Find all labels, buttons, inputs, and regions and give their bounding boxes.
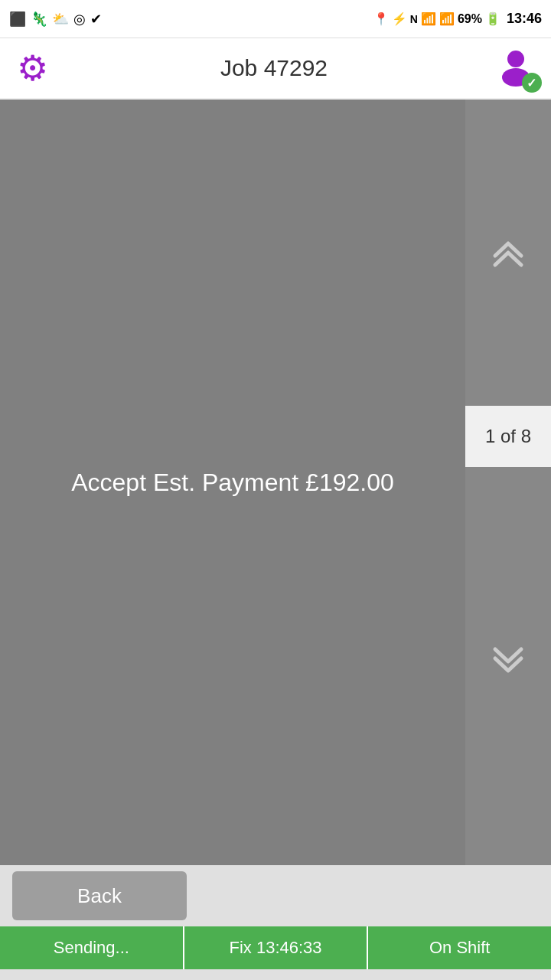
page-indicator-area: 1 of 8: [465, 406, 551, 467]
ring-icon: ◎: [73, 11, 86, 28]
nfc-icon: N: [410, 13, 418, 25]
status-bar: ⬛ 🦎 ⛅ ◎ ✔ 📍 ⚡ N 📶 📶 69% 🔋 13:46: [0, 0, 551, 38]
settings-icon[interactable]: ⚙: [12, 48, 52, 88]
fix-button[interactable]: Fix 13:46:33: [184, 926, 369, 969]
job-title: Job 47292: [220, 55, 328, 81]
user-profile-button[interactable]: ✓: [496, 47, 539, 90]
wifi-icon: 📶: [421, 11, 436, 26]
bottom-area: Back Sending... Fix 13:46:33 On Shift: [0, 865, 551, 980]
main-content-area: Accept Est. Payment £192.00 1 of 8: [0, 100, 551, 865]
battery-text: 69%: [458, 12, 482, 26]
time-display: 13:46: [507, 11, 542, 27]
back-row: Back: [0, 865, 551, 926]
location-icon: 📍: [373, 11, 389, 26]
on-shift-button[interactable]: On Shift: [368, 926, 551, 969]
check-icon: ✔: [90, 11, 102, 28]
sending-button[interactable]: Sending...: [0, 926, 184, 969]
chevron-up-icon: [487, 230, 529, 276]
job-accept-panel[interactable]: Accept Est. Payment £192.00: [0, 100, 465, 865]
scroll-down-button[interactable]: [465, 467, 551, 865]
battery-icon: 🔋: [485, 11, 500, 26]
user-check-badge: ✓: [522, 73, 542, 93]
weather-icon: ⛅: [52, 11, 69, 28]
right-scroll-panel: 1 of 8: [465, 100, 551, 865]
svg-point-0: [507, 51, 524, 67]
accept-payment-text: Accept Est. Payment £192.00: [71, 469, 394, 497]
scroll-up-button[interactable]: [465, 100, 551, 406]
app-icon-2: 🦎: [31, 11, 47, 28]
page-indicator: 1 of 8: [485, 426, 531, 447]
status-icons-left: ⬛ 🦎 ⛅ ◎ ✔: [9, 11, 102, 28]
app-icon-1: ⬛: [9, 11, 26, 28]
bottom-status-bar: Sending... Fix 13:46:33 On Shift: [0, 926, 551, 969]
status-icons-right: 📍 ⚡ N 📶 📶 69% 🔋 13:46: [373, 11, 542, 27]
signal-icon: 📶: [439, 11, 455, 26]
top-bar: ⚙ Job 47292 ✓: [0, 38, 551, 100]
bluetooth-icon: ⚡: [392, 11, 407, 26]
back-button[interactable]: Back: [12, 871, 187, 920]
chevron-down-icon: [487, 643, 529, 689]
